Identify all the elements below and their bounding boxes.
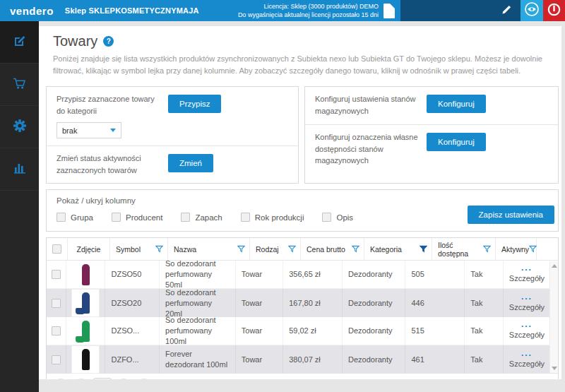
row-details-link[interactable]: Szczegóły: [509, 330, 545, 340]
change-status-label: Zmień status aktywności zaznaczonych tow…: [56, 153, 162, 176]
product-image: [72, 290, 99, 316]
row-cell-actions: ...Szczegóły: [504, 261, 549, 288]
row-checkbox[interactable]: [52, 270, 61, 279]
header-label: Aktywny: [501, 245, 529, 254]
sidebar-item-orders[interactable]: [0, 64, 39, 106]
row-cell-actions: ...Szczegóły: [504, 289, 549, 317]
row-cell-checkbox: [47, 317, 66, 345]
filter-icon-symbol[interactable]: [155, 245, 163, 253]
preview-shop-button[interactable]: [521, 0, 543, 21]
row-cell-quantity: 461: [405, 345, 465, 374]
bottle-shape: [82, 349, 90, 370]
logout-button[interactable]: [543, 0, 565, 21]
row-cell-actions: ...Szczegóły: [504, 317, 549, 345]
row-cell-price: 380,07 zł: [283, 345, 343, 374]
license-line2: Do wygaśnięcia aktualnej licencji pozost…: [238, 11, 379, 19]
assign-button[interactable]: Przypisz: [168, 95, 221, 113]
pager-current-page[interactable]: 1: [93, 378, 112, 379]
sidebar-item-statistics[interactable]: [0, 148, 39, 191]
row-more-button[interactable]: ...: [521, 294, 533, 299]
scroll-down-icon[interactable]: [552, 367, 557, 370]
availability-left: Konfiguruj oznaczenia własne dostępności…: [315, 131, 427, 167]
header-actions: [537, 238, 549, 260]
header-aktywny: Aktywny: [496, 238, 537, 260]
filter-icon-ilosc[interactable]: [483, 245, 491, 253]
pager-next-button[interactable]: [115, 379, 132, 379]
category-dropdown[interactable]: brak: [56, 122, 121, 138]
cap-shape: [76, 308, 85, 314]
save-settings-button[interactable]: Zapisz ustawienia: [468, 206, 554, 224]
checkbox-producent[interactable]: Producent: [112, 213, 162, 222]
pager-last-button[interactable]: [136, 379, 153, 379]
pager-first-button[interactable]: [52, 379, 69, 379]
action-panels: Przypisz zaznaczone towary do kategorii …: [46, 86, 559, 184]
checkbox-grupa[interactable]: Grupa: [56, 213, 93, 222]
row-cell-checkbox: [47, 289, 66, 317]
filter-icon-aktywny[interactable]: [529, 245, 537, 253]
checkbox-rok-produkcji[interactable]: Rok produkcji: [241, 213, 304, 222]
products-table: Zdjęcie Symbol Nazwa Rodzaj Cena brutto …: [46, 237, 559, 379]
page-head: Towary ?: [53, 33, 559, 49]
row-cell-symbol: DZSO50: [105, 261, 160, 288]
row-cell-checkbox: [47, 261, 66, 288]
content-card: Towary ? Poniżej znajduje się lista wszy…: [39, 26, 561, 379]
pager-prev-button[interactable]: [73, 379, 90, 379]
page-title: Towary: [53, 33, 97, 49]
change-status-button[interactable]: Zmień: [168, 154, 213, 172]
row-cell-image: [66, 345, 106, 374]
change-status-left: Zmień status aktywności zaznaczonych tow…: [56, 153, 168, 176]
row-cell-symbol: DZSO20: [105, 289, 160, 317]
row-checkbox[interactable]: [52, 299, 61, 308]
row-checkbox[interactable]: [52, 355, 61, 364]
stock-settings-left: Konfiguruj ustawienia stanów magazynowyc…: [315, 93, 427, 117]
checkbox-label: Opis: [336, 213, 353, 222]
product-image: [72, 318, 99, 345]
filter-icon-kategoria-active[interactable]: [420, 245, 427, 253]
row-checkbox[interactable]: [52, 326, 61, 335]
row-cell-symbol: DZFO...: [105, 345, 160, 374]
license-info[interactable]: Licencja: Sklep (3000 produktów) DEMO Do…: [232, 0, 400, 21]
row-details-link[interactable]: Szczegóły: [509, 359, 545, 369]
product-image: [72, 261, 99, 288]
row-details-link[interactable]: Szczegóły: [509, 273, 545, 284]
help-icon[interactable]: ?: [103, 36, 114, 47]
checkbox-opis[interactable]: Opis: [322, 213, 353, 222]
checkbox-box: [181, 213, 190, 222]
cap-shape: [76, 336, 85, 343]
filter-icon-nazwa[interactable]: [237, 245, 245, 253]
row-cell-price: 59,02 zł: [283, 317, 343, 345]
row-cell-active: Tak: [465, 345, 504, 374]
header-zdjecie: Zdjęcie: [68, 238, 110, 260]
page-description: Poniżej znajduje się lista wszystkich pr…: [53, 53, 547, 77]
header-nazwa: Nazwa: [168, 238, 250, 260]
row-more-button[interactable]: ...: [521, 321, 533, 327]
license-line1: Licencja: Sklep (3000 produktów) DEMO: [238, 2, 379, 11]
header-label: Symbol: [116, 245, 141, 254]
row-cell-symbol: DZSO...: [105, 317, 160, 345]
availability-configure-button[interactable]: Konfiguruj: [427, 133, 486, 151]
product-image: [72, 346, 99, 373]
stock-configure-button[interactable]: Konfiguruj: [427, 95, 486, 113]
filter-icon-cena[interactable]: [352, 245, 359, 253]
row-more-button[interactable]: ...: [521, 265, 533, 271]
row-cell-price: 356,65 zł: [283, 261, 343, 288]
sidebar-item-products[interactable]: [0, 21, 39, 64]
edit-pencil-icon[interactable]: [501, 4, 512, 18]
row-cell-category: Dezodoranty: [343, 317, 405, 345]
select-all-checkbox[interactable]: [52, 244, 61, 254]
select-all-cell: [47, 238, 68, 260]
availability-row: Konfiguruj oznaczenia własne dostępności…: [305, 124, 558, 174]
table-scrollbar[interactable]: [549, 261, 558, 373]
panel-right: Konfiguruj ustawienia stanów magazynowyc…: [304, 86, 559, 184]
scroll-up-icon[interactable]: [552, 264, 557, 268]
sidebar-item-settings[interactable]: [0, 106, 39, 148]
row-details-link[interactable]: Szczegóły: [509, 302, 545, 313]
row-cell-type: Towar: [236, 345, 283, 374]
row-cell-name: Forever dezodorant 100ml: [160, 345, 236, 374]
filter-icon-rodzaj[interactable]: [288, 245, 296, 253]
checkbox-box: [322, 213, 331, 222]
header-label: Kategoria: [370, 245, 402, 254]
table-row: DZSO... So dezodorant perfumowany 100ml …: [47, 317, 558, 345]
checkbox-zapach[interactable]: Zapach: [181, 213, 222, 222]
row-more-button[interactable]: ...: [521, 350, 533, 356]
